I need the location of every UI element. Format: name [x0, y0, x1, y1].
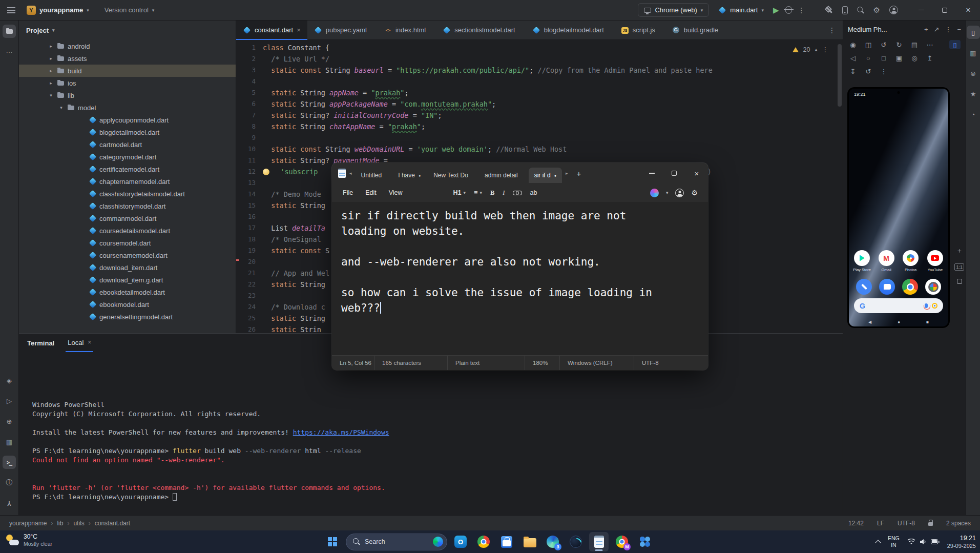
- notepad-tab[interactable]: admin detail: [479, 168, 527, 183]
- minimize-button[interactable]: [640, 163, 663, 183]
- menu-item[interactable]: View: [383, 187, 408, 199]
- tree-item[interactable]: ▸ android: [19, 40, 236, 52]
- main-menu-icon[interactable]: [7, 7, 15, 13]
- more-run-actions-icon[interactable]: ⋮: [798, 6, 806, 14]
- tree-item[interactable]: categorymodel.dart: [19, 151, 236, 163]
- cursor-position[interactable]: 12:42: [848, 520, 864, 527]
- tree-item[interactable]: blogdetailmodel.dart: [19, 126, 236, 138]
- menu-item[interactable]: Edit: [360, 187, 382, 199]
- taskbar-search[interactable]: Search: [346, 534, 447, 550]
- terminal-token[interactable]: https://aka.ms/PSWindows: [293, 428, 389, 436]
- chrome-app-icon[interactable]: [902, 279, 918, 295]
- chevron-down-icon[interactable]: ▾: [666, 190, 669, 195]
- run-tool-icon[interactable]: ▷: [3, 394, 16, 407]
- running-devices-icon[interactable]: ▯: [967, 26, 980, 39]
- tree-item[interactable]: ▾ lib: [19, 89, 236, 101]
- tree-item[interactable]: chapternamemodel.dart: [19, 175, 236, 188]
- overview-button-icon[interactable]: □: [879, 53, 888, 63]
- device-display-icon[interactable]: ▯: [949, 40, 961, 49]
- fold-icon[interactable]: ▤: [910, 40, 919, 49]
- dart-analysis-icon[interactable]: ◈: [3, 374, 16, 387]
- strikethrough-button[interactable]: ab: [530, 189, 537, 196]
- list-style-button[interactable]: ≡▾: [474, 189, 482, 196]
- search-icon[interactable]: [857, 7, 864, 14]
- services-icon[interactable]: ⊕: [3, 415, 16, 428]
- phone-app-icon[interactable]: [856, 279, 872, 295]
- editor-tab[interactable]: pubspec.yaml: [307, 21, 377, 39]
- lock-icon[interactable]: [928, 522, 933, 526]
- notepad-tab[interactable]: I have ●: [392, 168, 426, 183]
- app-insights-icon[interactable]: ★: [967, 87, 980, 100]
- close-tab-icon[interactable]: ×: [88, 339, 91, 346]
- tree-chevron-icon[interactable]: ▾: [58, 105, 65, 110]
- home-button-icon[interactable]: ○: [864, 53, 873, 63]
- breadcrumb-item[interactable]: yourappname: [9, 520, 47, 527]
- android-studio-icon[interactable]: [566, 532, 586, 551]
- breadcrumb-item[interactable]: constant.dart: [89, 520, 130, 527]
- tray-expand-icon[interactable]: [875, 540, 881, 545]
- zoom-level[interactable]: 180%: [525, 356, 559, 370]
- screen-record-icon[interactable]: ◎: [910, 53, 919, 63]
- close-button[interactable]: ×: [685, 163, 708, 183]
- photos-flower-icon[interactable]: [635, 532, 655, 551]
- tree-item[interactable]: download_item.g.dart: [19, 274, 236, 286]
- project-panel-header[interactable]: Project ▾: [19, 21, 236, 40]
- project-widget[interactable]: Y yourappname ▾: [23, 4, 93, 17]
- gmail-app-icon[interactable]: [879, 250, 894, 266]
- maximize-button[interactable]: [663, 163, 685, 183]
- more-tool-windows-icon[interactable]: ⋯: [3, 45, 16, 58]
- profile-icon[interactable]: [889, 6, 898, 14]
- maximize-button[interactable]: [933, 0, 956, 20]
- back-nav-icon[interactable]: ◀: [868, 320, 871, 324]
- copilot-icon[interactable]: [650, 189, 659, 197]
- tree-item[interactable]: ebookdetailmodel.dart: [19, 286, 236, 298]
- link-button[interactable]: [513, 190, 522, 195]
- inspection-options-icon[interactable]: ⋮: [822, 44, 829, 55]
- tree-item[interactable]: classhistorydetailsmodel.dart: [19, 188, 236, 200]
- recents-nav-icon[interactable]: ■: [926, 320, 929, 324]
- tree-chevron-icon[interactable]: ▸: [48, 56, 54, 61]
- notepad-tab[interactable]: sir if d ●: [529, 168, 562, 183]
- chrome-icon[interactable]: [474, 532, 493, 551]
- lens-icon[interactable]: [932, 303, 937, 309]
- tree-item[interactable]: ▾ model: [19, 101, 236, 114]
- tools-icon[interactable]: [825, 6, 833, 14]
- clock-widget[interactable]: 19:21 29-09-2025: [947, 534, 976, 550]
- tab-scroll-left-icon[interactable]: ◂: [346, 171, 356, 176]
- debug-icon[interactable]: [785, 6, 792, 14]
- mic-icon[interactable]: [925, 303, 928, 308]
- more-icon[interactable]: ⋮: [879, 67, 888, 76]
- tree-item[interactable]: ▸ assets: [19, 52, 236, 65]
- close-button[interactable]: ×: [956, 0, 980, 20]
- editor-tab[interactable]: index.html: [377, 21, 436, 39]
- photos-app-icon[interactable]: [903, 250, 919, 266]
- version-control-widget[interactable]: Version control ▾: [100, 4, 159, 16]
- tree-chevron-icon[interactable]: ▸: [48, 68, 54, 73]
- tree-item[interactable]: coursenamemodel.dart: [19, 249, 236, 261]
- phone-app[interactable]: YouTube: [924, 250, 946, 272]
- tree-item[interactable]: ▸ build: [19, 65, 236, 77]
- device-target-selector[interactable]: Chrome (web) ▾: [638, 3, 709, 17]
- build-icon[interactable]: ▦: [3, 435, 16, 448]
- version-control-icon[interactable]: Y: [3, 497, 16, 510]
- more-settings-icon[interactable]: ⋯: [925, 40, 934, 49]
- editor-scrollbar[interactable]: [838, 44, 842, 107]
- inspections-widget[interactable]: 20 ▴ ⋮: [793, 44, 828, 55]
- menu-item[interactable]: File: [337, 187, 359, 199]
- open-in-window-icon[interactable]: ↗: [934, 26, 940, 33]
- zoom-in-icon[interactable]: ＋: [956, 246, 963, 255]
- screenshot-icon[interactable]: ▣: [894, 53, 904, 63]
- language-indicator[interactable]: ENG IN: [888, 535, 900, 548]
- download-icon[interactable]: ↧: [848, 67, 858, 76]
- project-tool-icon[interactable]: [3, 25, 16, 38]
- tree-item[interactable]: ebookmodel.dart: [19, 298, 236, 311]
- run-configuration-selector[interactable]: main.dart ▾: [715, 4, 767, 16]
- notepad-title-bar[interactable]: ◂ Untitled I have ● New Text Do admin de…: [332, 163, 708, 183]
- editor-tab[interactable]: blogdetailmodel.dart: [526, 21, 614, 39]
- file-encoding[interactable]: UTF-8: [898, 520, 915, 527]
- microsoft-store-icon[interactable]: [497, 532, 516, 551]
- editor-tab[interactable]: sectionlistmodel.dart: [436, 21, 526, 39]
- zoom-ratio[interactable]: 1:1: [954, 263, 964, 271]
- settings-gear-icon[interactable]: ⚙: [691, 189, 698, 196]
- file-explorer-icon[interactable]: [520, 532, 539, 551]
